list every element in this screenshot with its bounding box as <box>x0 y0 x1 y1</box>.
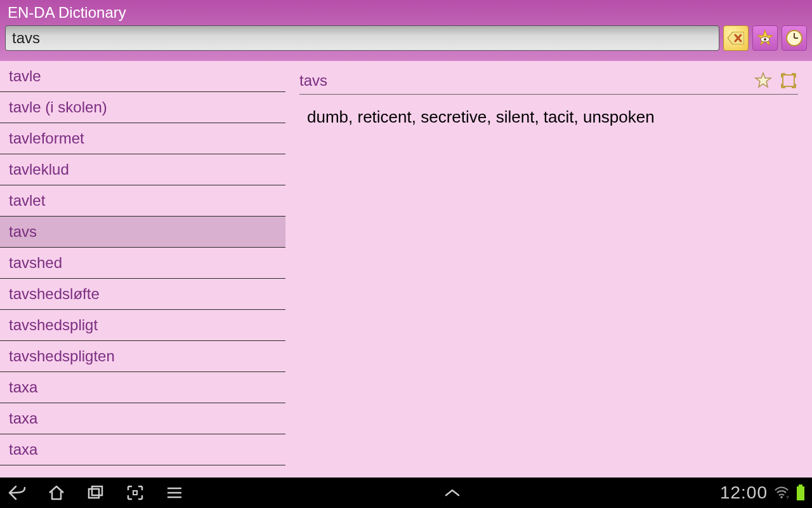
menu-button[interactable] <box>164 482 185 504</box>
word-list-sidebar[interactable]: tavletavle (i skolen)tavleformettavleklu… <box>0 61 285 478</box>
entry-header-row: tavs <box>299 71 798 95</box>
star-eye-icon <box>756 29 775 48</box>
system-navbar: 12:00 ? <box>0 478 812 508</box>
svg-point-2 <box>764 38 766 41</box>
svg-text:?: ? <box>786 495 789 500</box>
word-list-item[interactable]: tavshedsløfte <box>0 279 285 310</box>
battery-icon <box>796 485 806 501</box>
word-list-item[interactable]: tavshed <box>0 248 285 279</box>
entry-definition: dumb, reticent, secretive, silent, tacit… <box>299 107 798 127</box>
back-icon <box>7 484 27 502</box>
svg-rect-9 <box>92 486 102 495</box>
app-header: EN-DA Dictionary <box>0 0 812 61</box>
chevron-up-icon <box>443 487 461 498</box>
svg-marker-6 <box>756 73 771 87</box>
entry-actions <box>754 71 798 90</box>
home-icon <box>47 484 66 502</box>
word-list-item[interactable]: tavleklud <box>0 154 285 185</box>
svg-rect-8 <box>89 489 99 498</box>
svg-rect-16 <box>799 485 802 486</box>
home-button[interactable] <box>46 482 67 504</box>
word-list-item[interactable]: taxa <box>0 372 285 403</box>
svg-rect-10 <box>133 491 137 495</box>
recent-icon <box>86 484 105 502</box>
word-list-item[interactable]: tavle (i skolen) <box>0 92 285 123</box>
capture-icon <box>126 484 145 502</box>
screenshot-button[interactable] <box>124 482 146 504</box>
expand-nav-button[interactable] <box>442 482 463 504</box>
status-clock: 12:00 <box>720 483 768 503</box>
svg-rect-7 <box>783 75 794 86</box>
svg-rect-17 <box>797 486 804 500</box>
word-list-item[interactable]: tavleformet <box>0 123 285 154</box>
search-input[interactable] <box>5 25 719 51</box>
word-list-item[interactable]: taxa <box>0 434 285 465</box>
clock-icon <box>785 29 804 48</box>
svg-point-14 <box>780 496 783 498</box>
word-list-item[interactable]: tavshedspligt <box>0 310 285 341</box>
word-list-item[interactable]: taxa <box>0 403 285 434</box>
recent-apps-button[interactable] <box>85 482 107 504</box>
wifi-icon: ? <box>774 486 789 500</box>
back-button[interactable] <box>6 482 28 504</box>
backspace-icon <box>728 32 744 44</box>
expand-icon <box>780 72 797 89</box>
app-title: EN-DA Dictionary <box>5 3 807 24</box>
entry-content: tavs dumb, reticent, secretive, silent, … <box>285 61 812 478</box>
search-row <box>5 24 807 52</box>
status-area: 12:00 ? <box>720 483 806 503</box>
word-list-item[interactable]: tavle <box>0 61 285 92</box>
clear-search-button[interactable] <box>723 25 749 51</box>
word-list-item[interactable]: tavs <box>0 217 285 248</box>
main-area: tavletavle (i skolen)tavleformettavleklu… <box>0 61 812 478</box>
history-button[interactable] <box>782 25 807 51</box>
word-list-item[interactable]: tavshedspligten <box>0 341 285 372</box>
star-outline-icon <box>754 72 772 90</box>
menu-icon <box>166 485 183 500</box>
word-list-item[interactable]: tavlet <box>0 185 285 217</box>
fullscreen-button[interactable] <box>779 71 798 90</box>
favorites-button[interactable] <box>752 25 778 51</box>
nav-spacer <box>203 482 702 504</box>
entry-word: tavs <box>299 72 327 90</box>
add-favorite-button[interactable] <box>754 71 773 90</box>
